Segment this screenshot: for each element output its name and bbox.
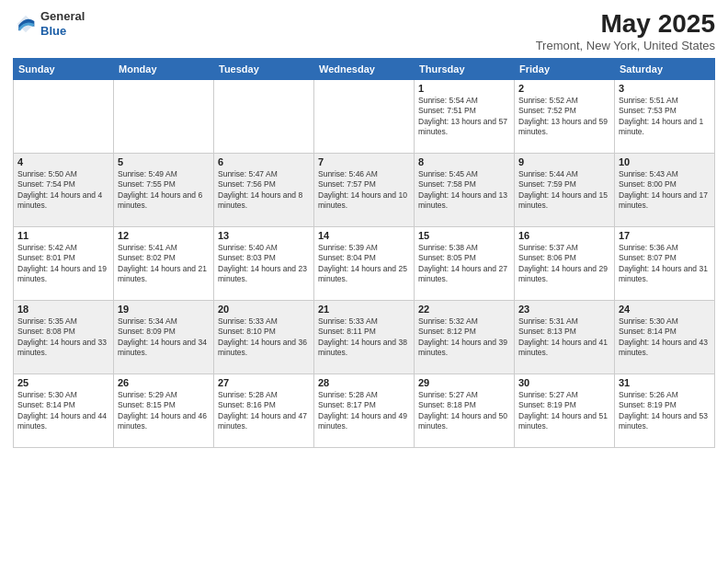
day-info: Sunrise: 5:31 AMSunset: 8:13 PMDaylight:… [518, 316, 610, 359]
day-number: 12 [118, 230, 210, 241]
calendar-cell: 14Sunrise: 5:39 AMSunset: 8:04 PMDayligh… [314, 227, 415, 301]
calendar-cell: 13Sunrise: 5:40 AMSunset: 8:03 PMDayligh… [214, 227, 314, 301]
day-info: Sunrise: 5:49 AMSunset: 7:55 PMDaylight:… [118, 169, 210, 212]
calendar-cell: 24Sunrise: 5:30 AMSunset: 8:14 PMDayligh… [615, 301, 715, 374]
calendar-week-row: 11Sunrise: 5:42 AMSunset: 8:01 PMDayligh… [14, 227, 715, 301]
day-number: 11 [17, 230, 109, 241]
day-info: Sunrise: 5:34 AMSunset: 8:09 PMDaylight:… [118, 316, 210, 359]
day-number: 30 [518, 377, 610, 388]
day-number: 27 [218, 377, 310, 388]
day-number: 4 [17, 156, 109, 167]
col-header-tuesday: Tuesday [214, 59, 314, 80]
day-number: 26 [118, 377, 210, 388]
day-number: 23 [518, 304, 610, 315]
calendar-cell [214, 80, 314, 154]
calendar-cell: 3Sunrise: 5:51 AMSunset: 7:53 PMDaylight… [615, 80, 715, 154]
day-info: Sunrise: 5:54 AMSunset: 7:51 PMDaylight:… [418, 96, 510, 138]
calendar-table: SundayMondayTuesdayWednesdayThursdayFrid… [13, 58, 715, 448]
col-header-saturday: Saturday [615, 59, 715, 80]
day-number: 14 [318, 230, 410, 241]
day-info: Sunrise: 5:39 AMSunset: 8:04 PMDaylight:… [318, 243, 410, 285]
day-info: Sunrise: 5:36 AMSunset: 8:07 PMDaylight:… [619, 243, 711, 285]
calendar-cell: 31Sunrise: 5:26 AMSunset: 8:19 PMDayligh… [615, 374, 715, 448]
col-header-friday: Friday [515, 59, 615, 80]
day-number: 19 [118, 304, 210, 315]
day-number: 31 [619, 377, 711, 388]
day-number: 6 [218, 156, 310, 167]
day-info: Sunrise: 5:33 AMSunset: 8:10 PMDaylight:… [218, 316, 310, 359]
calendar-cell: 11Sunrise: 5:42 AMSunset: 8:01 PMDayligh… [14, 227, 114, 301]
header: General Blue May 2025 Tremont, New York,… [13, 9, 715, 52]
day-info: Sunrise: 5:47 AMSunset: 7:56 PMDaylight:… [218, 169, 310, 212]
calendar-week-row: 25Sunrise: 5:30 AMSunset: 8:14 PMDayligh… [14, 374, 715, 448]
day-info: Sunrise: 5:46 AMSunset: 7:57 PMDaylight:… [318, 169, 410, 212]
logo-general-text: General [40, 9, 85, 24]
day-number: 29 [418, 377, 510, 388]
calendar-cell: 22Sunrise: 5:32 AMSunset: 8:12 PMDayligh… [415, 301, 515, 374]
day-number: 15 [418, 230, 510, 241]
calendar-cell [14, 80, 114, 154]
calendar-cell: 30Sunrise: 5:27 AMSunset: 8:19 PMDayligh… [515, 374, 615, 448]
calendar-cell [114, 80, 214, 154]
calendar-cell: 5Sunrise: 5:49 AMSunset: 7:55 PMDaylight… [114, 154, 214, 227]
calendar-cell: 7Sunrise: 5:46 AMSunset: 7:57 PMDaylight… [314, 154, 415, 227]
day-info: Sunrise: 5:28 AMSunset: 8:16 PMDaylight:… [218, 390, 310, 432]
location-title: Tremont, New York, United States [536, 39, 715, 52]
calendar-cell: 23Sunrise: 5:31 AMSunset: 8:13 PMDayligh… [515, 301, 615, 374]
day-number: 28 [318, 377, 410, 388]
logo-icon [13, 11, 39, 37]
calendar-cell: 19Sunrise: 5:34 AMSunset: 8:09 PMDayligh… [114, 301, 214, 374]
calendar-cell: 28Sunrise: 5:28 AMSunset: 8:17 PMDayligh… [314, 374, 415, 448]
day-number: 10 [619, 156, 711, 167]
calendar-cell: 29Sunrise: 5:27 AMSunset: 8:18 PMDayligh… [415, 374, 515, 448]
col-header-thursday: Thursday [415, 59, 515, 80]
calendar-cell: 18Sunrise: 5:35 AMSunset: 8:08 PMDayligh… [14, 301, 114, 374]
day-info: Sunrise: 5:29 AMSunset: 8:15 PMDaylight:… [118, 390, 210, 432]
day-info: Sunrise: 5:37 AMSunset: 8:06 PMDaylight:… [518, 243, 610, 285]
calendar-cell: 21Sunrise: 5:33 AMSunset: 8:11 PMDayligh… [314, 301, 415, 374]
calendar-cell: 26Sunrise: 5:29 AMSunset: 8:15 PMDayligh… [114, 374, 214, 448]
calendar-cell [314, 80, 415, 154]
calendar-cell: 10Sunrise: 5:43 AMSunset: 8:00 PMDayligh… [615, 154, 715, 227]
day-info: Sunrise: 5:44 AMSunset: 7:59 PMDaylight:… [518, 169, 610, 212]
day-info: Sunrise: 5:50 AMSunset: 7:54 PMDaylight:… [17, 169, 109, 212]
day-number: 17 [619, 230, 711, 241]
day-info: Sunrise: 5:30 AMSunset: 8:14 PMDaylight:… [17, 390, 109, 432]
calendar-header-row: SundayMondayTuesdayWednesdayThursdayFrid… [14, 59, 715, 80]
day-info: Sunrise: 5:51 AMSunset: 7:53 PMDaylight:… [619, 96, 711, 138]
calendar-cell: 8Sunrise: 5:45 AMSunset: 7:58 PMDaylight… [415, 154, 515, 227]
col-header-wednesday: Wednesday [314, 59, 415, 80]
day-info: Sunrise: 5:52 AMSunset: 7:52 PMDaylight:… [518, 96, 610, 138]
day-info: Sunrise: 5:45 AMSunset: 7:58 PMDaylight:… [418, 169, 510, 212]
day-info: Sunrise: 5:28 AMSunset: 8:17 PMDaylight:… [318, 390, 410, 432]
day-number: 9 [518, 156, 610, 167]
calendar-cell: 1Sunrise: 5:54 AMSunset: 7:51 PMDaylight… [415, 80, 515, 154]
day-info: Sunrise: 5:38 AMSunset: 8:05 PMDaylight:… [418, 243, 510, 285]
day-number: 5 [118, 156, 210, 167]
day-number: 22 [418, 304, 510, 315]
day-number: 21 [318, 304, 410, 315]
calendar-cell: 17Sunrise: 5:36 AMSunset: 8:07 PMDayligh… [615, 227, 715, 301]
day-info: Sunrise: 5:35 AMSunset: 8:08 PMDaylight:… [17, 316, 109, 359]
day-info: Sunrise: 5:43 AMSunset: 8:00 PMDaylight:… [619, 169, 711, 212]
day-number: 16 [518, 230, 610, 241]
calendar-cell: 16Sunrise: 5:37 AMSunset: 8:06 PMDayligh… [515, 227, 615, 301]
calendar-cell: 15Sunrise: 5:38 AMSunset: 8:05 PMDayligh… [415, 227, 515, 301]
logo: General Blue [13, 9, 85, 38]
logo-text: General Blue [40, 9, 85, 38]
title-block: May 2025 Tremont, New York, United State… [536, 9, 715, 52]
day-number: 18 [17, 304, 109, 315]
calendar-cell: 9Sunrise: 5:44 AMSunset: 7:59 PMDaylight… [515, 154, 615, 227]
calendar-cell: 4Sunrise: 5:50 AMSunset: 7:54 PMDaylight… [14, 154, 114, 227]
calendar-week-row: 4Sunrise: 5:50 AMSunset: 7:54 PMDaylight… [14, 154, 715, 227]
col-header-monday: Monday [114, 59, 214, 80]
calendar-cell: 25Sunrise: 5:30 AMSunset: 8:14 PMDayligh… [14, 374, 114, 448]
day-number: 13 [218, 230, 310, 241]
day-info: Sunrise: 5:42 AMSunset: 8:01 PMDaylight:… [17, 243, 109, 285]
calendar-cell: 2Sunrise: 5:52 AMSunset: 7:52 PMDaylight… [515, 80, 615, 154]
day-info: Sunrise: 5:40 AMSunset: 8:03 PMDaylight:… [218, 243, 310, 285]
calendar-cell: 27Sunrise: 5:28 AMSunset: 8:16 PMDayligh… [214, 374, 314, 448]
day-number: 3 [619, 83, 711, 94]
day-info: Sunrise: 5:26 AMSunset: 8:19 PMDaylight:… [619, 390, 711, 432]
calendar-week-row: 18Sunrise: 5:35 AMSunset: 8:08 PMDayligh… [14, 301, 715, 374]
